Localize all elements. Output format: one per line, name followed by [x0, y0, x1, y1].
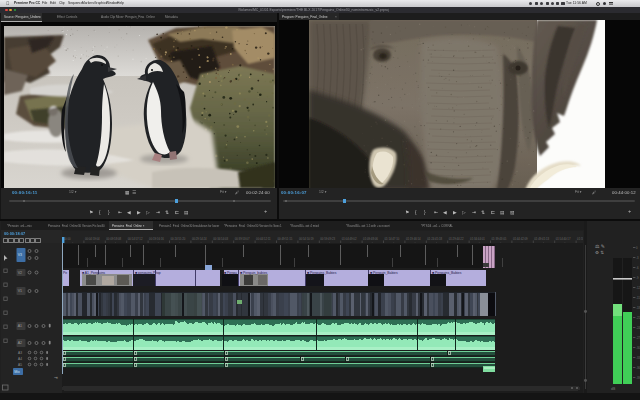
svg-text:00:19:56:16: 00:19:56:16: [149, 237, 164, 241]
svg-text:■ Penguins_Babies: ■ Penguins_Babies: [307, 271, 337, 275]
svg-text:01:49:41:13: 01:49:41:13: [534, 237, 549, 241]
svg-text:■ Penguins_Babies: ■ Penguins_Babies: [432, 271, 462, 275]
svg-text:⇥: ⇥: [54, 375, 58, 380]
svg-text:-30: -30: [636, 346, 640, 350]
svg-text:01:14:47:10: 01:14:47:10: [385, 237, 400, 241]
svg-text:00:44:52:11: 00:44:52:11: [256, 237, 271, 241]
svg-text:-21: -21: [636, 316, 640, 320]
svg-text:⚙ ⇅: ⚙ ⇅: [595, 250, 604, 255]
svg-text:00:24:55:20: 00:24:55:20: [171, 237, 186, 241]
svg-text:00:49:51:15: 00:49:51:15: [278, 237, 293, 241]
svg-text:Pe: Pe: [63, 271, 67, 275]
svg-text:-24: -24: [636, 326, 640, 330]
svg-text:-3: -3: [636, 256, 639, 260]
svg-text:00:29:54:24: 00:29:54:24: [192, 237, 207, 241]
svg-text:-6: -6: [636, 266, 639, 270]
svg-text:dB: dB: [611, 387, 616, 391]
svg-text:■ Pengu: ■ Pengu: [224, 271, 237, 275]
svg-text:A2: A2: [18, 341, 22, 345]
svg-text:-36: -36: [636, 366, 640, 370]
svg-text:-15: -15: [636, 296, 640, 300]
svg-text:■ Penguin_Babies: ■ Penguin_Babies: [370, 271, 398, 275]
svg-text:00:14:57:12: 00:14:57:12: [128, 237, 143, 241]
svg-text:Mix: Mix: [14, 370, 20, 374]
svg-text:00:34:54:03: 00:34:54:03: [213, 237, 228, 241]
svg-text:01:24:45:18: 01:24:45:18: [427, 237, 442, 241]
svg-text:01:54:40:17: 01:54:40:17: [556, 237, 571, 241]
svg-text:00:00: 00:00: [64, 237, 71, 241]
svg-text:01:09:48:06: 01:09:48:06: [363, 237, 378, 241]
svg-text:■ Penguin_babies: ■ Penguin_babies: [240, 271, 268, 275]
svg-text:-18: -18: [636, 306, 640, 310]
svg-text:01:59:39:21: 01:59:39:21: [577, 237, 583, 241]
svg-text:■ A1_Penguins: ■ A1_Penguins: [82, 271, 105, 275]
svg-text:00:04:59:04: 00:04:59:04: [85, 237, 100, 241]
svg-text:A5: A5: [18, 363, 22, 367]
svg-text:V3: V3: [18, 253, 22, 257]
svg-text:01:19:46:14: 01:19:46:14: [406, 237, 421, 241]
svg-text:-9: -9: [636, 276, 639, 280]
svg-text:-39: -39: [636, 376, 640, 380]
svg-text:■ penguins-P top: ■ penguins-P top: [135, 271, 161, 275]
svg-text:V1: V1: [18, 289, 22, 293]
svg-text:00:54:50:19: 00:54:50:19: [299, 237, 314, 241]
svg-text:A1: A1: [18, 324, 22, 328]
svg-text:-33: -33: [636, 356, 640, 360]
svg-text:00:59:49:23: 00:59:49:23: [320, 237, 335, 241]
svg-text:01:44:42:09: 01:44:42:09: [513, 237, 528, 241]
svg-text:01:34:44:01: 01:34:44:01: [470, 237, 485, 241]
svg-text:A4: A4: [18, 357, 22, 361]
svg-text:01:04:49:02: 01:04:49:02: [342, 237, 357, 241]
svg-text:A3: A3: [18, 351, 22, 355]
svg-text:-27: -27: [636, 336, 640, 340]
svg-text:01:29:44:22: 01:29:44:22: [449, 237, 464, 241]
svg-text:01:39:43:05: 01:39:43:05: [492, 237, 507, 241]
svg-text:V2: V2: [18, 271, 22, 275]
svg-text:⚖ ✎: ⚖ ✎: [595, 243, 605, 249]
svg-text:00:09:58:08: 00:09:58:08: [106, 237, 121, 241]
svg-text:00:39:53:07: 00:39:53:07: [235, 237, 250, 241]
svg-text:-12: -12: [636, 286, 640, 290]
